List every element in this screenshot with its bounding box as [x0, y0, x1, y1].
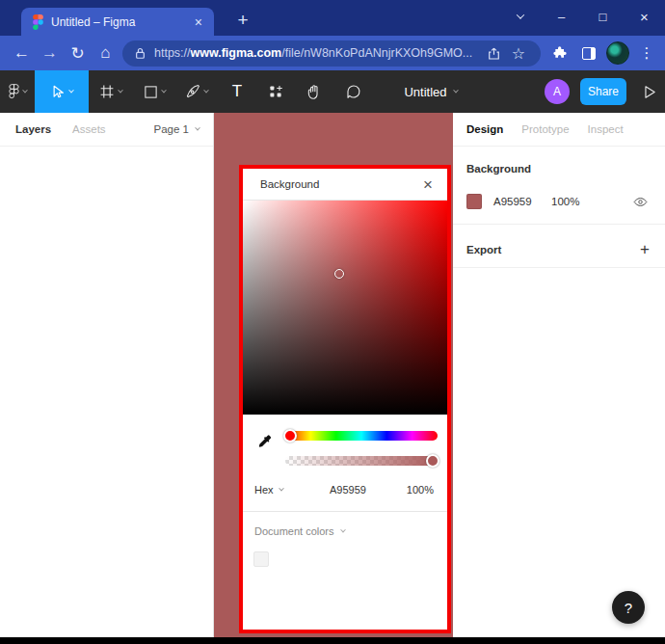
background-section-title: Background — [466, 163, 531, 174]
text-tool-button[interactable]: T — [218, 70, 256, 113]
saturation-value-gradient[interactable] — [243, 201, 447, 415]
layers-panel: Layers Assets Page 1 — [0, 113, 214, 637]
tab-design[interactable]: Design — [466, 123, 503, 135]
resources-tool-button[interactable] — [256, 70, 295, 113]
color-picker-title: Background — [260, 178, 319, 190]
hue-slider-knob[interactable] — [283, 429, 297, 443]
share-button[interactable]: Share — [580, 78, 626, 105]
browser-menu-icon[interactable]: ⋮ — [632, 39, 661, 67]
export-section-title: Export — [466, 244, 501, 255]
frame-tool-button[interactable] — [89, 70, 133, 113]
extensions-puzzle-icon[interactable] — [545, 39, 574, 67]
hand-tool-button[interactable] — [295, 70, 333, 113]
export-add-icon[interactable]: + — [640, 240, 650, 259]
reload-icon[interactable]: ↻ — [64, 39, 92, 67]
forward-icon[interactable]: → — [36, 39, 64, 67]
window-controls: – □ × — [499, 0, 665, 33]
window-close-icon[interactable]: × — [624, 0, 665, 33]
background-color-swatch[interactable] — [466, 194, 482, 209]
eyedropper-icon[interactable] — [253, 430, 276, 453]
properties-panel: Design Prototype Inspect Background A959… — [453, 113, 665, 637]
opacity-slider[interactable] — [285, 456, 438, 466]
opacity-value-input[interactable]: 100% — [407, 484, 434, 496]
tab-close-icon[interactable]: × — [191, 13, 206, 31]
tab-layers[interactable]: Layers — [15, 123, 51, 135]
window-chevron-icon[interactable] — [499, 0, 541, 33]
tab-strip: Untitled – Figma × + – □ × — [0, 0, 665, 36]
new-tab-button[interactable]: + — [229, 7, 256, 34]
browser-toolbar: ← → ↻ ⌂ https://www.figma.com/file/nW8nK… — [0, 36, 665, 70]
tab-prototype[interactable]: Prototype — [521, 123, 569, 135]
background-hex-value[interactable]: A95959 — [493, 196, 544, 207]
comment-tool-button[interactable] — [333, 70, 374, 113]
window-maximize-icon[interactable]: □ — [582, 0, 624, 33]
home-icon[interactable]: ⌂ — [92, 39, 120, 67]
browser-avatar[interactable] — [603, 39, 632, 67]
browser-tab[interactable]: Untitled – Figma × — [21, 8, 214, 36]
document-colors-dropdown[interactable]: Document colors — [254, 525, 345, 537]
browser-window: Untitled – Figma × + – □ × ← → ↻ ⌂ https… — [0, 0, 665, 644]
present-play-icon[interactable] — [641, 84, 657, 100]
hue-slider[interactable] — [285, 431, 438, 441]
bookmark-star-icon[interactable]: ☆ — [506, 44, 531, 63]
browser-action-icons: ⋮ — [545, 39, 661, 67]
shape-tool-button[interactable] — [133, 70, 175, 113]
background-opacity-value[interactable]: 100% — [551, 196, 579, 207]
window-minimize-icon[interactable]: – — [541, 0, 582, 33]
share-page-icon[interactable] — [481, 46, 506, 61]
back-icon[interactable]: ← — [8, 39, 36, 67]
tab-inspect[interactable]: Inspect — [588, 123, 624, 135]
background-color-row: A95959 100% — [466, 188, 652, 215]
pen-tool-button[interactable] — [175, 70, 218, 113]
figma-favicon-icon — [33, 14, 43, 30]
hex-value-input[interactable]: A95959 — [330, 484, 366, 496]
bottom-edge — [0, 637, 665, 644]
side-panel-icon[interactable] — [574, 39, 603, 67]
help-button[interactable]: ? — [612, 591, 645, 624]
tab-assets[interactable]: Assets — [72, 123, 106, 135]
figma-main-menu-button[interactable] — [0, 70, 35, 113]
color-selection-dot[interactable] — [334, 269, 344, 279]
document-color-swatch[interactable] — [253, 551, 269, 567]
export-section-row: Export + — [466, 236, 652, 263]
address-bar[interactable]: https://www.figma.com/file/nW8nKoPdANnjr… — [122, 40, 541, 67]
figma-toolbar: T Untitled — [0, 70, 665, 113]
visibility-eye-icon[interactable] — [633, 196, 648, 208]
move-tool-button[interactable] — [35, 70, 89, 113]
file-title-dropdown[interactable]: Untitled — [387, 70, 474, 113]
color-picker-close-icon[interactable]: × — [418, 174, 438, 197]
annotation-highlight-rectangle: Background × — [239, 165, 451, 633]
page-selector[interactable]: Page 1 — [154, 123, 200, 135]
color-picker-popup: Background × — [243, 169, 447, 630]
opacity-slider-knob[interactable] — [426, 454, 439, 468]
user-avatar[interactable]: A — [545, 79, 570, 104]
color-format-dropdown[interactable]: Hex — [254, 484, 283, 496]
url-text: https://www.figma.com/file/nW8nKoPdANnjr… — [154, 46, 481, 60]
lock-icon — [135, 47, 146, 60]
tab-title: Untitled – Figma — [51, 15, 191, 29]
